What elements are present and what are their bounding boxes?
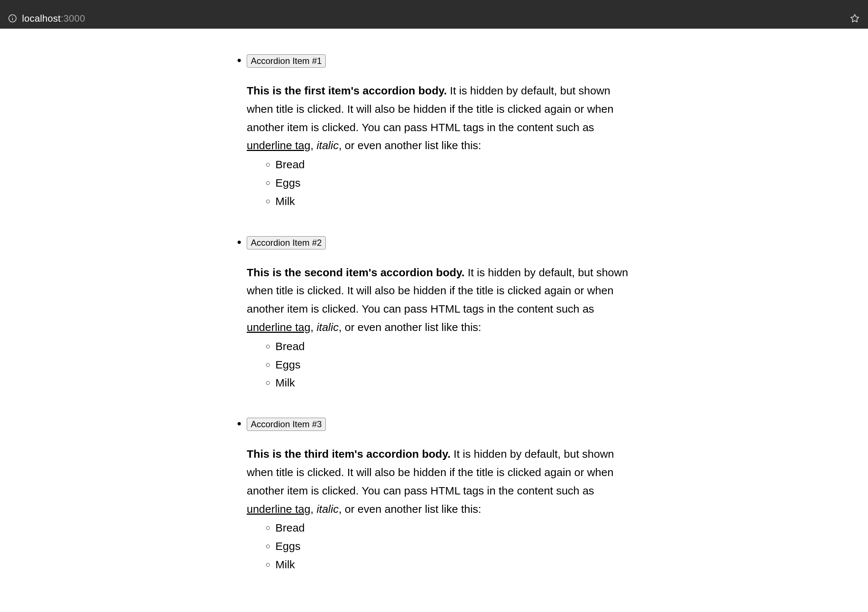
- accordion-toggle-3[interactable]: Accordion Item #3: [247, 418, 326, 431]
- underline-sample: underline tag: [247, 139, 310, 151]
- list-item: Bread: [275, 519, 636, 537]
- separator: ,: [310, 503, 316, 515]
- list-item: Eggs: [275, 174, 636, 192]
- list-item: Bread: [275, 155, 636, 174]
- inner-list: Bread Eggs Milk: [247, 155, 636, 210]
- inner-list: Bread Eggs Milk: [247, 519, 636, 573]
- list-item: Eggs: [275, 537, 636, 555]
- separator: ,: [310, 139, 316, 151]
- address-bar: localhost:3000: [0, 9, 868, 29]
- url-text[interactable]: localhost:3000: [22, 13, 845, 24]
- svg-marker-3: [851, 14, 859, 22]
- accordion-body-trail: , or even another list like this:: [338, 321, 481, 333]
- italic-sample: italic: [316, 321, 338, 333]
- underline-sample: underline tag: [247, 321, 310, 333]
- page-content: Accordion Item #1 This is the first item…: [0, 29, 868, 612]
- accordion-body-strong: This is the third item's accordion body.: [247, 448, 451, 460]
- accordion-item: Accordion Item #3 This is the third item…: [247, 418, 636, 574]
- list-item: Milk: [275, 374, 636, 392]
- accordion-body-trail: , or even another list like this:: [338, 139, 481, 151]
- accordion-toggle-2[interactable]: Accordion Item #2: [247, 236, 326, 249]
- list-item: Milk: [275, 555, 636, 574]
- bookmark-star-icon[interactable]: [849, 12, 861, 24]
- url-port: :3000: [60, 13, 85, 24]
- list-item: Bread: [275, 337, 636, 356]
- list-item: Milk: [275, 192, 636, 210]
- inner-list: Bread Eggs Milk: [247, 337, 636, 392]
- accordion-body: This is the third item's accordion body.…: [247, 445, 636, 574]
- accordion-item: Accordion Item #1 This is the first item…: [247, 54, 636, 210]
- accordion-body: This is the first item's accordion body.…: [247, 82, 636, 210]
- info-icon[interactable]: [7, 13, 18, 23]
- underline-sample: underline tag: [247, 503, 310, 515]
- list-item: Eggs: [275, 356, 636, 374]
- accordion-item: Accordion Item #2 This is the second ite…: [247, 236, 636, 392]
- italic-sample: italic: [316, 503, 338, 515]
- accordion-body-strong: This is the first item's accordion body.: [247, 84, 447, 96]
- accordion-list: Accordion Item #1 This is the first item…: [232, 54, 636, 600]
- accordion-body-strong: This is the second item's accordion body…: [247, 266, 465, 278]
- accordion-body: This is the second item's accordion body…: [247, 263, 636, 392]
- url-host: localhost: [22, 13, 60, 24]
- browser-chrome: localhost:3000: [0, 0, 868, 29]
- accordion-toggle-1[interactable]: Accordion Item #1: [247, 54, 326, 68]
- accordion-body-trail: , or even another list like this:: [338, 503, 481, 515]
- svg-point-2: [12, 17, 13, 17]
- italic-sample: italic: [316, 139, 338, 151]
- separator: ,: [310, 321, 316, 333]
